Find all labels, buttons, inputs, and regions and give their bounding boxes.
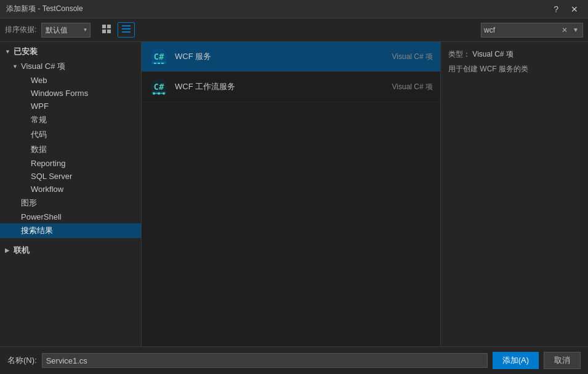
tree-item-data[interactable]: 数据	[0, 142, 141, 157]
wpf-label: WPF	[31, 101, 49, 111]
svg-point-17	[153, 92, 155, 95]
search-box[interactable]: ✕ ▼	[481, 23, 583, 38]
cancel-button[interactable]: 取消	[544, 352, 581, 369]
tree-item-reporting[interactable]: Reporting	[0, 157, 141, 170]
wcf-service-info: WCF 服务	[175, 51, 386, 62]
help-button[interactable]: ?	[550, 4, 562, 15]
code-label: 代码	[31, 129, 47, 140]
search-input[interactable]	[484, 26, 558, 34]
right-panel: 类型： Visual C# 项 用于创建 WCF 服务的类	[440, 42, 588, 346]
wcf-workflow-name: WCF 工作流服务	[175, 81, 386, 92]
svg-point-18	[158, 92, 160, 95]
tree-item-code[interactable]: 代码	[0, 127, 141, 142]
tree-item-search-results[interactable]: 搜索结果	[0, 223, 141, 238]
online-label: 联机	[14, 245, 30, 256]
type-label: 类型：	[448, 50, 470, 58]
bottom-bar: 名称(N): 添加(A) 取消	[0, 346, 588, 374]
graphics-label: 图形	[21, 197, 37, 209]
add-button[interactable]: 添加(A)	[493, 352, 539, 369]
web-label: Web	[31, 76, 47, 85]
svg-rect-5	[122, 28, 131, 30]
window-controls: ? ✕	[550, 4, 582, 15]
svg-rect-11	[158, 63, 160, 64]
list-item-wcf-workflow[interactable]: C# WCF 工作流服务 Visual C# 项	[142, 72, 440, 102]
expand-icon-installed: ▼	[5, 49, 11, 55]
sort-select-wrapper[interactable]: 默认值 名称 类型	[41, 23, 91, 38]
detail-type: 类型： Visual C# 项	[448, 49, 581, 60]
type-value: Visual C# 项	[472, 50, 513, 58]
expand-icon-online: ▶	[5, 247, 11, 253]
wcf-workflow-icon: C#	[149, 77, 169, 97]
installed-label: 已安装	[14, 46, 38, 57]
list-view-button[interactable]	[118, 22, 135, 38]
wcf-workflow-info: WCF 工作流服务	[175, 81, 386, 92]
tree-item-powershell[interactable]: PowerShell	[0, 210, 141, 223]
dialog-content: ▼ 已安装 ▼ Visual C# 项 Web Windows Forms WP…	[0, 42, 588, 346]
svg-rect-4	[122, 25, 131, 26]
tree-item-workflow[interactable]: Workflow	[0, 183, 141, 196]
tree-item-windows-forms[interactable]: Windows Forms	[0, 87, 141, 100]
tree-item-wpf[interactable]: WPF	[0, 100, 141, 113]
wcf-service-category: Visual C# 项	[392, 52, 433, 62]
expand-icon-visual-csharp: ▼	[12, 63, 18, 70]
dialog-title: 添加新项 - TestConsole	[6, 4, 83, 14]
center-panel: C# WCF 服务 Visual C# 项 C#	[142, 42, 440, 346]
search-dropdown-button[interactable]: ▼	[571, 26, 580, 33]
toolbar: 排序依据: 默认值 名称 类型 ✕	[0, 18, 588, 42]
svg-rect-3	[107, 30, 111, 33]
tree-item-web[interactable]: Web	[0, 74, 141, 87]
svg-text:C#: C#	[154, 52, 164, 62]
wcf-service-icon: C#	[149, 47, 169, 66]
view-toggle	[98, 22, 135, 38]
tree-item-sql-server[interactable]: SQL Server	[0, 170, 141, 183]
data-label: 数据	[31, 144, 47, 155]
reporting-label: Reporting	[31, 159, 65, 168]
regular-label: 常规	[31, 114, 47, 125]
svg-rect-10	[154, 63, 156, 64]
svg-rect-1	[107, 25, 111, 28]
svg-rect-0	[102, 25, 106, 28]
svg-point-19	[163, 92, 165, 95]
left-panel: ▼ 已安装 ▼ Visual C# 项 Web Windows Forms WP…	[0, 42, 142, 346]
list-item-wcf-service[interactable]: C# WCF 服务 Visual C# 项	[142, 42, 440, 72]
tree-item-regular[interactable]: 常规	[0, 113, 141, 127]
tree-item-graphics[interactable]: 图形	[0, 196, 141, 210]
wcf-service-name: WCF 服务	[175, 51, 386, 62]
windows-forms-label: Windows Forms	[31, 89, 88, 98]
sort-label: 排序依据:	[5, 25, 36, 35]
name-label: 名称(N):	[7, 355, 37, 366]
sort-select[interactable]: 默认值 名称 类型	[41, 23, 91, 38]
search-clear-button[interactable]: ✕	[560, 26, 569, 34]
tree-item-installed[interactable]: ▼ 已安装	[0, 44, 141, 59]
powershell-label: PowerShell	[21, 212, 62, 221]
title-bar: 添加新项 - TestConsole ? ✕	[0, 0, 588, 18]
svg-rect-12	[161, 63, 164, 64]
grid-view-button[interactable]	[98, 22, 115, 38]
detail-description: 用于创建 WCF 服务的类	[448, 63, 581, 74]
sql-label: SQL Server	[31, 172, 72, 181]
dialog-body: 排序依据: 默认值 名称 类型 ✕	[0, 18, 588, 374]
svg-rect-6	[122, 31, 131, 33]
svg-text:C#: C#	[154, 82, 164, 92]
close-button[interactable]: ✕	[567, 4, 582, 15]
workflow-label: Workflow	[31, 185, 63, 194]
wcf-workflow-category: Visual C# 项	[392, 82, 433, 92]
svg-rect-2	[102, 30, 106, 33]
tree-item-visual-csharp[interactable]: ▼ Visual C# 项	[0, 59, 141, 74]
search-results-label: 搜索结果	[21, 225, 53, 236]
name-input[interactable]	[42, 353, 488, 368]
visual-csharp-label: Visual C# 项	[21, 61, 65, 72]
tree-item-online[interactable]: ▶ 联机	[0, 243, 141, 258]
